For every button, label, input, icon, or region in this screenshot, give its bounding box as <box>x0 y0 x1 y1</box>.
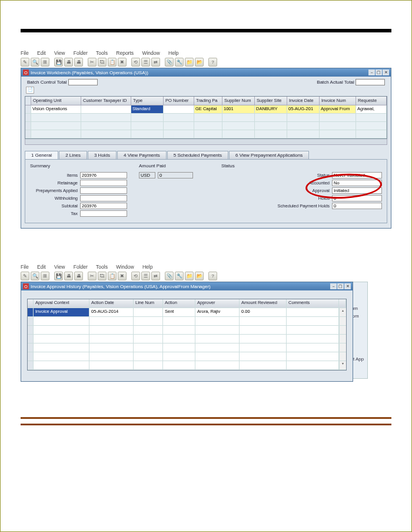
menu-window-2[interactable]: Window <box>116 264 137 270</box>
tab-view-payments[interactable]: 4 View Payments <box>117 151 167 159</box>
tb-new-icon[interactable]: ✎ <box>21 58 29 67</box>
tab-scheduled-payments[interactable]: 5 Scheduled Payments <box>167 151 228 159</box>
col-supnum[interactable]: Supplier Num <box>222 97 255 105</box>
tb-nav-icon[interactable]: ⊞ <box>41 58 49 67</box>
status-approval-field[interactable] <box>332 187 382 194</box>
cell-type[interactable]: Standard <box>131 105 164 114</box>
cell-supsite[interactable]: DANBURY <box>255 105 287 114</box>
tb-paste-icon[interactable]: 📋 <box>108 58 117 67</box>
batch-control-input[interactable] <box>68 79 98 85</box>
col-type[interactable]: Type <box>131 97 164 105</box>
tb2-printsetup-icon[interactable]: 🖶 <box>74 272 83 280</box>
status-sph-field[interactable] <box>332 203 382 209</box>
tb2-print-icon[interactable]: 🖶 <box>64 272 73 280</box>
menu-view-2[interactable]: View <box>54 264 68 270</box>
grid2-row-empty[interactable] <box>28 317 346 326</box>
status-accounted-field[interactable] <box>332 180 382 186</box>
cell-line-num[interactable] <box>134 308 163 317</box>
tb-cut-icon[interactable]: ✂ <box>88 58 97 67</box>
col-action[interactable]: Action <box>163 299 195 308</box>
folder-tool-icon[interactable]: 📄 <box>26 87 34 94</box>
close-icon-2[interactable]: ✕ <box>344 283 351 289</box>
col-invdate[interactable]: Invoice Date <box>287 97 320 105</box>
cell-invnum[interactable]: Approval From <box>320 105 356 114</box>
tb-copy-icon[interactable]: ⿻ <box>98 58 107 67</box>
tb2-save-icon[interactable]: 💾 <box>54 272 63 280</box>
menu-file[interactable]: File <box>21 50 32 56</box>
col-approver[interactable]: Approver <box>195 299 240 308</box>
grid2-row-empty[interactable] <box>28 352 346 361</box>
tb-save-icon[interactable]: 💾 <box>54 58 63 67</box>
tab-lines[interactable]: 2 Lines <box>59 151 87 159</box>
tb2-attach-icon[interactable]: 📎 <box>165 272 174 280</box>
row-scroll-down-icon[interactable]: ▾ <box>339 361 346 370</box>
tb-print-icon[interactable]: 🖶 <box>64 58 73 67</box>
grid2-row-empty[interactable] <box>28 343 346 352</box>
status-holds-field[interactable] <box>332 195 382 201</box>
tb2-new-icon[interactable]: ✎ <box>21 272 29 280</box>
menu-view[interactable]: View <box>54 50 68 56</box>
tb-clear-icon[interactable]: ✖ <box>118 58 127 67</box>
minimize-icon[interactable]: − <box>368 70 375 75</box>
retainage-field[interactable] <box>80 180 127 186</box>
menu-help-2[interactable]: Help <box>142 264 156 270</box>
cell-taxpayer[interactable] <box>81 105 131 114</box>
cell-comments[interactable] <box>287 308 339 317</box>
col-taxpayer[interactable]: Customer Taxpayer ID <box>81 97 131 105</box>
cell-action[interactable]: Sent <box>163 308 195 317</box>
col-line-num[interactable]: Line Num <box>134 299 163 308</box>
grid2-row-empty[interactable]: ▾ <box>28 361 346 370</box>
cell-approver[interactable]: Arora, Rajiv <box>195 308 240 317</box>
menu-tools-2[interactable]: Tools <box>96 264 111 270</box>
close-icon[interactable]: ✕ <box>383 70 389 75</box>
col-supsite[interactable]: Supplier Site <box>255 97 287 105</box>
grid2-row-1[interactable]: Invoice Approval 05-AUG-2014 Sent Arora,… <box>28 308 346 317</box>
withholding-field[interactable] <box>80 195 127 201</box>
col-operating-unit[interactable]: Operating Unit <box>31 97 81 105</box>
col-comments[interactable]: Comments <box>287 299 339 308</box>
tb2-tools-icon[interactable]: 🔧 <box>175 272 184 280</box>
cell-po[interactable] <box>164 105 194 114</box>
maximize-icon[interactable]: ▢ <box>376 70 382 75</box>
col-approval-context[interactable]: Approval Context <box>34 299 89 308</box>
cell-supnum[interactable]: 1001 <box>222 105 255 114</box>
tb2-open-icon[interactable]: 📂 <box>195 272 204 280</box>
tb-open-icon[interactable]: 📂 <box>195 58 204 67</box>
tb2-a-icon[interactable]: ⟲ <box>131 272 140 280</box>
maximize-icon-2[interactable]: ▢ <box>337 283 344 289</box>
prepay-field[interactable] <box>80 187 127 194</box>
col-po[interactable]: PO Number <box>164 97 194 105</box>
cell-requeste[interactable]: Agrawal, <box>356 105 387 114</box>
tb2-help-icon[interactable]: ? <box>208 272 217 280</box>
grid-row-empty[interactable] <box>25 114 387 122</box>
menu-edit[interactable]: Edit <box>37 50 49 56</box>
tab-holds[interactable]: 3 Holds <box>88 151 117 159</box>
items-field[interactable] <box>80 172 127 179</box>
tb-b-icon[interactable]: ☰ <box>141 58 150 67</box>
menu-folder-2[interactable]: Folder <box>74 264 91 270</box>
menu-folder[interactable]: Folder <box>74 50 91 56</box>
menu-reports[interactable]: Reports <box>116 50 137 56</box>
cell-opunit[interactable]: Vision Operations <box>31 105 81 114</box>
tb2-cut-icon[interactable]: ✂ <box>88 272 97 280</box>
tb-attach-icon[interactable]: 📎 <box>165 58 174 67</box>
tb-help-icon[interactable]: ? <box>208 58 217 67</box>
cell-amount[interactable]: 0.00 <box>240 308 287 317</box>
currency-field[interactable] <box>139 172 155 179</box>
subtotal-field[interactable] <box>80 203 127 209</box>
tb-folder-icon[interactable]: 📁 <box>185 58 194 67</box>
tb-a-icon[interactable]: ⟲ <box>131 58 140 67</box>
col-action-date[interactable]: Action Date <box>89 299 134 308</box>
tb-printsetup-icon[interactable]: 🖶 <box>74 58 83 67</box>
grid-row-empty[interactable] <box>25 122 387 130</box>
grid-row-empty[interactable] <box>25 130 387 138</box>
tb2-folder-icon[interactable]: 📁 <box>185 272 194 280</box>
col-requeste[interactable]: Requeste <box>356 97 387 105</box>
amount-paid-field[interactable] <box>158 172 193 179</box>
tb2-b-icon[interactable]: ☰ <box>141 272 150 280</box>
cell-action-date[interactable]: 05-AUG-2014 <box>89 308 134 317</box>
tab-prepayment-apps[interactable]: 6 View Prepayment Applications <box>229 151 309 159</box>
cell-invdate[interactable]: 05-AUG-201 <box>287 105 320 114</box>
tb2-copy-icon[interactable]: ⿻ <box>98 272 107 280</box>
menu-edit-2[interactable]: Edit <box>37 264 49 270</box>
